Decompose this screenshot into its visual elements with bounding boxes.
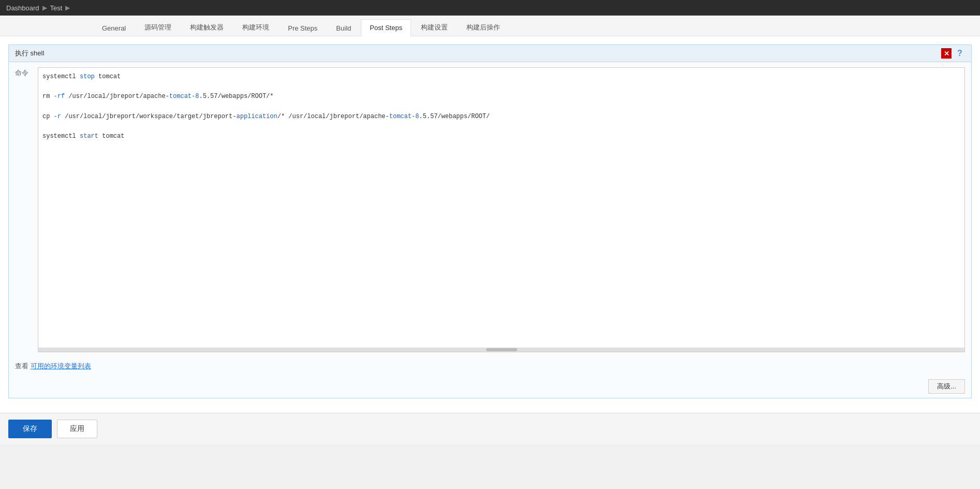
command-label: 命令 xyxy=(15,67,30,352)
tab-pre-steps[interactable]: Pre Steps xyxy=(279,20,326,36)
close-button[interactable]: ✕ xyxy=(941,48,952,59)
env-link-row: 查看 可用的环境变量列表 xyxy=(9,357,971,375)
scrollbar-thumb xyxy=(486,348,517,351)
content-panel: 执行 shell ✕ ? 命令 systemctl stop tomcat rm… xyxy=(0,36,980,413)
tab-general[interactable]: General xyxy=(93,20,135,36)
env-link-prefix: 查看 xyxy=(15,362,28,370)
topbar-test[interactable]: Test xyxy=(50,4,63,12)
tab-build[interactable]: Build xyxy=(327,20,360,36)
tab-source-mgmt[interactable]: 源码管理 xyxy=(136,18,180,36)
save-button[interactable]: 保存 xyxy=(8,420,52,438)
command-display[interactable]: systemctl stop tomcat rm -rf /usr/local/… xyxy=(38,68,964,348)
topbar-sep-1: ▶ xyxy=(42,4,47,11)
scrollbar-hint[interactable] xyxy=(38,348,964,352)
command-textarea-wrap: systemctl stop tomcat rm -rf /usr/local/… xyxy=(38,67,965,352)
main-wrap: General 源码管理 构建触发器 构建环境 Pre Steps Build … xyxy=(0,16,980,489)
env-link[interactable]: 可用的环境变量列表 xyxy=(31,362,91,370)
tab-bar: General 源码管理 构建触发器 构建环境 Pre Steps Build … xyxy=(0,16,980,36)
shell-block: 执行 shell ✕ ? 命令 systemctl stop tomcat rm… xyxy=(8,45,972,398)
apply-button[interactable]: 应用 xyxy=(57,420,97,438)
help-button[interactable]: ? xyxy=(955,48,965,59)
topbar: Dashboard ▶ Test ▶ xyxy=(0,0,980,16)
shell-block-title: 执行 shell xyxy=(15,49,44,58)
tab-post-steps[interactable]: Post Steps xyxy=(361,19,411,36)
advanced-button[interactable]: 高级... xyxy=(928,379,965,394)
command-row: 命令 systemctl stop tomcat rm -rf /usr/loc… xyxy=(9,62,971,357)
advanced-row: 高级... xyxy=(9,375,971,398)
shell-block-header: 执行 shell ✕ ? xyxy=(9,45,971,62)
topbar-dashboard[interactable]: Dashboard xyxy=(6,4,39,12)
tab-build-trigger[interactable]: 构建触发器 xyxy=(181,18,232,36)
topbar-sep-2: ▶ xyxy=(65,4,70,11)
tab-build-env[interactable]: 构建环境 xyxy=(233,18,278,36)
bottom-bar: 保存 应用 xyxy=(0,413,980,444)
shell-block-actions: ✕ ? xyxy=(941,48,965,59)
tab-build-settings[interactable]: 构建设置 xyxy=(412,18,457,36)
tab-post-build[interactable]: 构建后操作 xyxy=(458,18,509,36)
